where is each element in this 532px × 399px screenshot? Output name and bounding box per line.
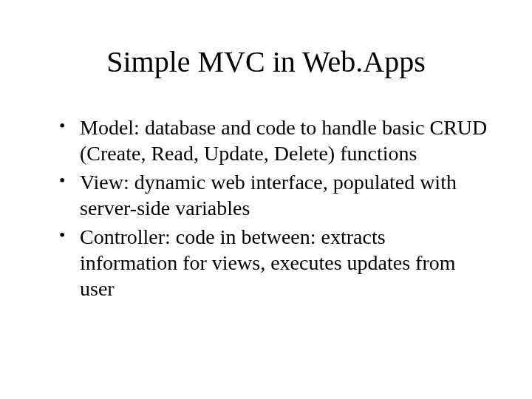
- list-item: View: dynamic web interface, populated w…: [59, 169, 488, 221]
- slide-title: Simple MVC in Web.Apps: [44, 44, 488, 79]
- bullet-list: Model: database and code to handle basic…: [44, 115, 488, 301]
- list-item: Controller: code in between: extracts in…: [59, 224, 488, 301]
- list-item: Model: database and code to handle basic…: [59, 115, 488, 166]
